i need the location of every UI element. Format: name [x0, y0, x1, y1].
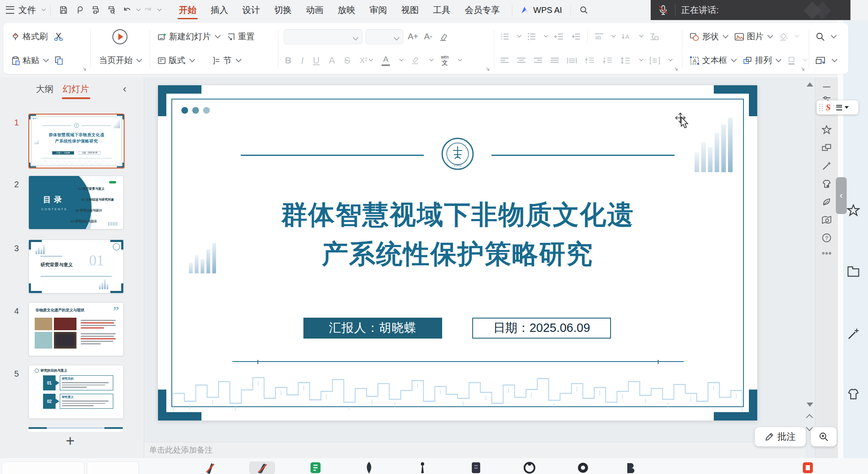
- clear-format-button[interactable]: [437, 31, 449, 42]
- redo-button[interactable]: [143, 5, 153, 15]
- textbox-button[interactable]: A 文本框: [688, 54, 738, 67]
- print-preview-button[interactable]: [106, 5, 117, 15]
- zoom-button[interactable]: [811, 427, 837, 446]
- numbered-list-button[interactable]: [526, 32, 537, 41]
- taskbar-icon[interactable]: [309, 461, 322, 474]
- taskbar-icon[interactable]: [203, 461, 216, 474]
- panel-collapse-icon[interactable]: ‹: [123, 82, 127, 95]
- scroll-down-icon[interactable]: [807, 403, 813, 407]
- space-after-button[interactable]: [602, 56, 613, 65]
- animation-pane-icon[interactable]: [822, 143, 832, 153]
- tab-slides[interactable]: 幻灯片: [63, 83, 89, 95]
- space-before-button[interactable]: [584, 56, 596, 65]
- tab-animations[interactable]: 动画: [299, 0, 331, 20]
- justify-button[interactable]: [550, 56, 560, 65]
- canvas-scrollbar[interactable]: [805, 77, 815, 442]
- tool-menu-icon[interactable]: [836, 105, 842, 110]
- taskbar-window-preview[interactable]: [87, 461, 139, 474]
- paste-button[interactable]: 粘贴: [9, 54, 50, 67]
- add-slide-button[interactable]: +: [59, 432, 81, 450]
- shape-outline-button[interactable]: [786, 55, 798, 66]
- editing-canvas[interactable]: 1902 群体智慧视域下非物质文化遗 产系统性保护策略研究 汇报人：胡晓蝶 日期…: [144, 77, 805, 442]
- insert-dialog-launcher-icon[interactable]: [801, 67, 805, 71]
- tab-home[interactable]: 开始: [172, 0, 204, 20]
- tab-insert[interactable]: 插入: [204, 0, 235, 20]
- reset-button[interactable]: 重置: [225, 30, 257, 43]
- help-icon[interactable]: ?: [822, 233, 832, 243]
- tab-transitions[interactable]: 切换: [267, 0, 299, 20]
- find-button[interactable]: [815, 31, 826, 43]
- phonetic-guide-button[interactable]: wén 文: [440, 55, 450, 66]
- increase-font-button[interactable]: A+: [407, 32, 420, 41]
- file-menu[interactable]: 文件: [18, 4, 36, 16]
- beautify-leaf-icon[interactable]: [822, 197, 832, 207]
- tab-tools[interactable]: 工具: [426, 0, 458, 20]
- undo-menu-chevron-icon[interactable]: [137, 7, 141, 11]
- tool-dropdown-icon[interactable]: [845, 106, 849, 109]
- taskbar-icon[interactable]: [802, 461, 814, 474]
- microphone-muted-icon[interactable]: [657, 4, 669, 16]
- section-button[interactable]: 节: [210, 54, 242, 67]
- quick-access-chevron-icon[interactable]: [158, 7, 162, 11]
- taskbar-icon[interactable]: [577, 461, 589, 474]
- align-right-button[interactable]: [533, 56, 543, 65]
- vertical-align-button[interactable]: [649, 56, 661, 65]
- slide-title[interactable]: 群体智慧视域下非物质文化遗 产系统性保护策略研究: [29, 132, 124, 144]
- slide-title[interactable]: 群体智慧视域下非物质文化遗 产系统性保护策略研究: [158, 195, 757, 273]
- magic-wand-icon[interactable]: [822, 161, 832, 171]
- map-search-icon[interactable]: [822, 215, 832, 224]
- play-from-current-button[interactable]: 当页开始: [97, 54, 143, 67]
- symbol-content-button[interactable]: [648, 32, 660, 41]
- text-direction-button[interactable]: A: [621, 32, 632, 41]
- export-pdf-button[interactable]: [74, 5, 85, 15]
- strikethrough-button[interactable]: S: [343, 55, 351, 66]
- previous-slide-icon[interactable]: [806, 414, 813, 421]
- taskbar-icon[interactable]: [256, 461, 268, 474]
- font-size-select[interactable]: [366, 29, 403, 44]
- new-slide-button[interactable]: 新建幻灯片: [155, 30, 221, 43]
- play-slideshow-button[interactable]: [112, 29, 127, 44]
- taskbar-window-preview[interactable]: [2, 461, 84, 474]
- drag-handle-icon[interactable]: [819, 104, 823, 111]
- picture-button[interactable]: 图片: [733, 30, 774, 43]
- taskbar-icon[interactable]: [523, 461, 536, 474]
- font-family-select[interactable]: [284, 29, 362, 44]
- slide-thumbnail-6-partial[interactable]: [28, 427, 123, 432]
- presenter-box[interactable]: 汇报人：胡晓蝶: [52, 151, 74, 155]
- tab-design[interactable]: 设计: [235, 0, 267, 20]
- search-icon[interactable]: [578, 5, 589, 15]
- slide-thumbnail-1[interactable]: 1902 群体智慧视域下非物质文化遗 产系统性保护策略研究 汇报人：胡晓蝶 日期…: [28, 114, 125, 168]
- undo-button[interactable]: [122, 5, 132, 15]
- wps-ai-button[interactable]: WPS AI: [521, 5, 562, 15]
- bullet-list-button[interactable]: [499, 32, 510, 41]
- copy-button[interactable]: [53, 55, 65, 66]
- taskbar-icon[interactable]: [625, 461, 638, 474]
- character-spacing-button[interactable]: ab: [593, 32, 605, 41]
- align-center-button[interactable]: [516, 56, 527, 65]
- slide-canvas[interactable]: 1902 群体智慧视域下非物质文化遗 产系统性保护策略研究 汇报人：胡晓蝶 日期…: [29, 115, 124, 168]
- tab-slideshow[interactable]: 放映: [331, 0, 362, 20]
- italic-button[interactable]: I: [300, 55, 305, 66]
- tab-review[interactable]: 审阅: [362, 0, 394, 20]
- collapse-toolbar-icon[interactable]: [823, 87, 830, 87]
- format-painter-button[interactable]: 格式刷: [9, 30, 49, 43]
- save-button[interactable]: [58, 5, 69, 15]
- presenter-box[interactable]: 汇报人：胡晓蝶: [303, 318, 442, 339]
- shapes-button[interactable]: 形状: [688, 30, 729, 43]
- tab-member[interactable]: 会员专享: [458, 0, 507, 20]
- line-spacing-button[interactable]: [620, 56, 631, 65]
- date-box[interactable]: 日期：2025.06.09: [472, 318, 611, 339]
- font-dialog-launcher-icon[interactable]: [486, 67, 490, 71]
- slide-thumbnail-3[interactable]: 研究背景与意义 01: [28, 240, 124, 293]
- taskbar-icon[interactable]: [470, 461, 482, 474]
- increase-indent-button[interactable]: [570, 32, 582, 41]
- notes-area[interactable]: 单击此处添加备注: [144, 442, 805, 458]
- taskbar-icon[interactable]: [416, 461, 429, 474]
- shape-fill-button[interactable]: [777, 31, 790, 42]
- layout-button[interactable]: 版式: [155, 54, 196, 67]
- character-border-button[interactable]: A: [328, 55, 336, 66]
- slide-thumbnail-2[interactable]: 目录 CONTENTS 01 研究背景与意义 02 文献综述与研究对象 03 研…: [28, 176, 124, 229]
- slide-thumbnail-4[interactable]: 非物质文化遗产的定义与现状 ”: [28, 302, 124, 356]
- slide-thumbnail-5[interactable]: 研究的目的与意义 01 研究目的 02 研究意义: [28, 365, 124, 419]
- font-color-button[interactable]: A: [380, 55, 391, 66]
